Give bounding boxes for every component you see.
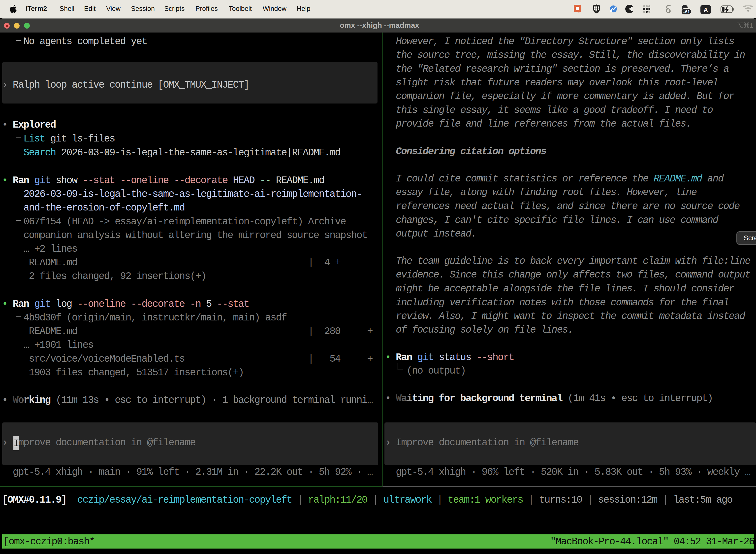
svg-text:..61: ..61: [683, 9, 690, 14]
svg-text:A: A: [704, 6, 708, 13]
